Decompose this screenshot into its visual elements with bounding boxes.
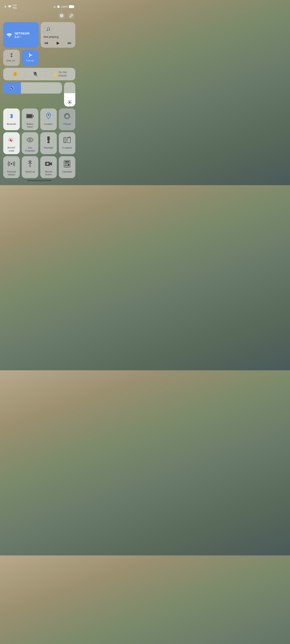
tiles-grid: Bluetooth BatterySaver Location xyxy=(3,108,75,178)
location-tile[interactable]: Location xyxy=(40,108,57,130)
svg-rect-3 xyxy=(57,7,57,8)
svg-rect-4 xyxy=(59,6,60,6)
battery-icon xyxy=(69,5,75,8)
volume-slider[interactable]: 🔊 xyxy=(3,82,62,94)
data-network-tile[interactable]: Data net··· xyxy=(3,50,20,66)
airplane-tile-icon xyxy=(27,52,33,58)
svg-point-34 xyxy=(13,138,14,139)
svg-rect-29 xyxy=(33,115,34,117)
vibrate-notify-icon xyxy=(13,71,18,77)
speed-up-tile[interactable]: Speed up xyxy=(22,156,38,178)
hotspot-icon xyxy=(7,159,16,169)
flashlight-icon xyxy=(44,135,53,145)
svg-point-47 xyxy=(11,163,12,164)
svg-rect-28 xyxy=(27,114,32,118)
media-controls: ⏮ ▶ ⏭ xyxy=(44,40,73,45)
svg-point-8 xyxy=(61,15,62,16)
svg-point-0 xyxy=(10,8,10,8)
speedup-icon xyxy=(25,159,35,169)
svg-line-25 xyxy=(71,100,71,101)
dnd-moon-icon: 🌙 xyxy=(52,72,57,76)
svg-point-36 xyxy=(30,139,31,140)
svg-rect-54 xyxy=(65,164,66,164)
notify-row[interactable]: 🌙 Do NotDisturb xyxy=(3,68,75,80)
bluetooth-label: Bluetooth xyxy=(7,122,16,126)
s-capture-icon xyxy=(62,135,72,145)
notify-divider-2 xyxy=(45,71,46,77)
airplane-tile[interactable]: Turn on xyxy=(22,50,38,66)
boost-mode-tile[interactable]: BOOSTmode xyxy=(3,132,20,154)
silent-notify-item[interactable] xyxy=(27,72,43,77)
s-capture-label: S-capture xyxy=(62,146,72,149)
svg-rect-13 xyxy=(13,73,14,74)
small-tiles-row: Data net··· Turn on xyxy=(3,50,38,66)
next-button[interactable]: ⏭ xyxy=(68,41,72,45)
svg-rect-56 xyxy=(68,164,69,166)
svg-line-26 xyxy=(68,103,69,104)
record-screen-tile[interactable]: Recordscreen xyxy=(40,156,57,178)
location-label: Location xyxy=(44,122,53,126)
sliders-row: 🔊 xyxy=(3,82,75,106)
prev-button[interactable]: ⏮ xyxy=(44,41,48,45)
calculator-tile[interactable]: Calculator xyxy=(59,156,75,178)
boost-mode-label: BOOSTmode xyxy=(8,146,16,152)
media-tile[interactable]: Not playing ⏮ ▶ ⏭ xyxy=(41,22,75,48)
focus-icon: ◎ xyxy=(53,5,56,8)
settings-icon[interactable] xyxy=(58,12,65,19)
svg-point-51 xyxy=(47,163,48,164)
wifi-tile[interactable]: NETGEAR-2.4··· xyxy=(3,22,39,48)
brightness-slider[interactable] xyxy=(64,82,75,106)
vibrate-icon xyxy=(57,5,60,8)
airplane-mode-icon: ✈ xyxy=(4,5,7,9)
data-network-label: Data net··· xyxy=(7,59,17,62)
portrait-tile[interactable]: Portrait xyxy=(59,108,75,130)
vibrate-notify-item[interactable] xyxy=(7,71,23,77)
play-button[interactable]: ▶ xyxy=(57,40,60,45)
s-capture-tile[interactable]: S-capture xyxy=(59,132,75,154)
svg-rect-57 xyxy=(65,165,66,166)
media-status-text: Not playing xyxy=(44,35,73,38)
speed-up-label: Speed up xyxy=(25,170,35,173)
svg-rect-6 xyxy=(69,6,74,8)
svg-rect-16 xyxy=(17,74,18,75)
svg-point-18 xyxy=(69,102,71,103)
eye-protection-tile[interactable]: EyeProtection xyxy=(22,132,38,154)
battery-saver-icon xyxy=(25,111,35,121)
eye-protection-label: EyeProtection xyxy=(25,146,35,152)
svg-point-11 xyxy=(49,30,50,30)
dnd-label: Do NotDisturb xyxy=(59,71,67,78)
svg-point-30 xyxy=(48,114,49,116)
network-speed: 0.60 KB/s xyxy=(13,4,17,9)
flashlight-label: Flashlight xyxy=(44,146,53,149)
top-row: NETGEAR-2.4··· Not playing ⏮ ▶ ⏭ xyxy=(3,22,75,48)
svg-rect-5 xyxy=(59,7,60,8)
wifi-status-icon xyxy=(8,5,12,8)
silent-notify-icon xyxy=(33,72,38,77)
battery-percent: 100% xyxy=(61,5,68,8)
calculator-label: Calculator xyxy=(62,170,72,173)
status-left: ✈ 0.60 KB/s xyxy=(4,4,17,9)
svg-rect-2 xyxy=(57,6,57,6)
status-bar: ✈ 0.60 KB/s ◎ xyxy=(3,2,75,12)
flashlight-tile[interactable]: Flashlight xyxy=(40,132,57,154)
svg-rect-14 xyxy=(13,74,14,75)
svg-line-23 xyxy=(68,100,69,101)
svg-rect-53 xyxy=(65,161,69,162)
edit-icon[interactable] xyxy=(68,12,75,19)
portrait-label: Portrait xyxy=(64,122,71,126)
music-icon xyxy=(44,24,53,34)
bluetooth-icon xyxy=(7,111,16,121)
eye-icon xyxy=(25,135,35,145)
bluetooth-tile[interactable]: Bluetooth xyxy=(3,108,20,130)
svg-rect-7 xyxy=(74,6,74,7)
svg-rect-37 xyxy=(47,136,50,140)
svg-rect-1 xyxy=(58,6,59,8)
personal-hotspot-tile[interactable]: Personalhotspot xyxy=(3,156,20,178)
battery-saver-tile[interactable]: BatterySaver xyxy=(22,108,38,130)
calculator-icon xyxy=(62,159,72,169)
personal-hotspot-label: Personalhotspot xyxy=(7,170,16,176)
dnd-item[interactable]: 🌙 Do NotDisturb xyxy=(48,71,71,78)
wifi-network-name: NETGEAR-2.4··· xyxy=(15,32,36,38)
volume-icon: 🔊 xyxy=(3,82,21,94)
location-icon xyxy=(44,111,53,121)
